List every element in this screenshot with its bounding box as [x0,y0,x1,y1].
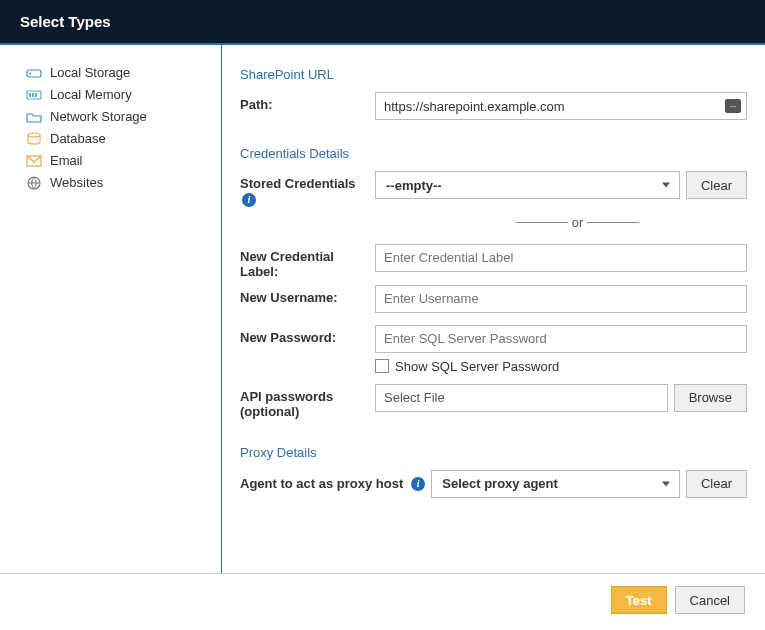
row-proxy-agent: Agent to act as proxy host i Select prox… [240,470,747,498]
info-icon[interactable]: i [411,477,425,491]
svg-rect-3 [29,93,31,97]
new-username-input[interactable] [375,285,747,313]
stored-credentials-select[interactable]: --empty-- [375,171,680,199]
row-show-password: Show SQL Server Password [375,359,747,374]
api-passwords-input[interactable] [375,384,668,412]
new-password-label: New Password: [240,325,375,345]
section-title-credentials: Credentials Details [240,146,747,161]
svg-rect-5 [35,93,37,97]
new-password-input[interactable] [375,325,747,353]
proxy-agent-label: Agent to act as proxy host [240,476,403,491]
sidebar-item-label: Local Memory [50,87,132,102]
show-password-checkbox[interactable] [375,359,389,373]
browse-button[interactable]: Browse [674,384,747,412]
section-title-url: SharePoint URL [240,67,747,82]
path-label: Path: [240,92,375,112]
drive-icon [26,66,42,80]
dialog-footer: Test Cancel [0,573,765,626]
sidebar-item-label: Local Storage [50,65,130,80]
proxy-agent-select[interactable]: Select proxy agent [431,470,680,498]
row-stored-credentials: Stored Credentials i --empty-- Clear [240,171,747,207]
svg-point-1 [29,72,31,74]
database-icon [26,132,42,146]
sidebar-item-local-memory[interactable]: Local Memory [26,85,215,104]
sidebar-item-database[interactable]: Database [26,129,215,148]
sidebar-item-email[interactable]: Email [26,151,215,170]
dialog-title: Select Types [20,13,111,30]
svg-point-6 [28,133,40,137]
mail-icon [26,154,42,168]
info-icon[interactable]: i [242,193,256,207]
api-passwords-label: API passwords (optional) [240,384,375,419]
svg-rect-4 [32,93,34,97]
dialog-header: Select Types [0,0,765,45]
cancel-button[interactable]: Cancel [675,586,745,614]
or-divider: or [408,215,747,230]
new-label-input[interactable] [375,244,747,272]
picker-icon[interactable]: ··· [725,99,741,113]
chevron-down-icon [662,481,670,486]
show-password-label: Show SQL Server Password [395,359,559,374]
dialog-body: Local Storage Local Memory Network Stora… [0,45,765,573]
clear-credentials-button[interactable]: Clear [686,171,747,199]
new-label-label: New Credential Label: [240,244,375,279]
test-button[interactable]: Test [611,586,667,614]
row-new-password: New Password: [240,325,747,353]
sidebar-item-label: Database [50,131,106,146]
sidebar-item-websites[interactable]: Websites [26,173,215,192]
section-title-proxy: Proxy Details [240,445,747,460]
row-api-passwords: API passwords (optional) Browse [240,384,747,419]
sidebar-item-label: Network Storage [50,109,147,124]
chevron-down-icon [662,183,670,188]
new-username-label: New Username: [240,285,375,305]
clear-proxy-button[interactable]: Clear [686,470,747,498]
stored-credentials-label: Stored Credentials i [240,171,375,207]
folder-icon [26,110,42,124]
row-new-label: New Credential Label: [240,244,747,279]
sidebar-item-label: Email [50,153,83,168]
memory-icon [26,88,42,102]
sidebar-item-label: Websites [50,175,103,190]
row-new-username: New Username: [240,285,747,313]
sidebar: Local Storage Local Memory Network Stora… [0,45,222,573]
sidebar-item-local-storage[interactable]: Local Storage [26,63,215,82]
row-path: Path: ··· [240,92,747,120]
globe-icon [26,176,42,190]
main-panel: SharePoint URL Path: ··· Credentials Det… [222,45,765,573]
sidebar-item-network-storage[interactable]: Network Storage [26,107,215,126]
path-input[interactable] [375,92,747,120]
